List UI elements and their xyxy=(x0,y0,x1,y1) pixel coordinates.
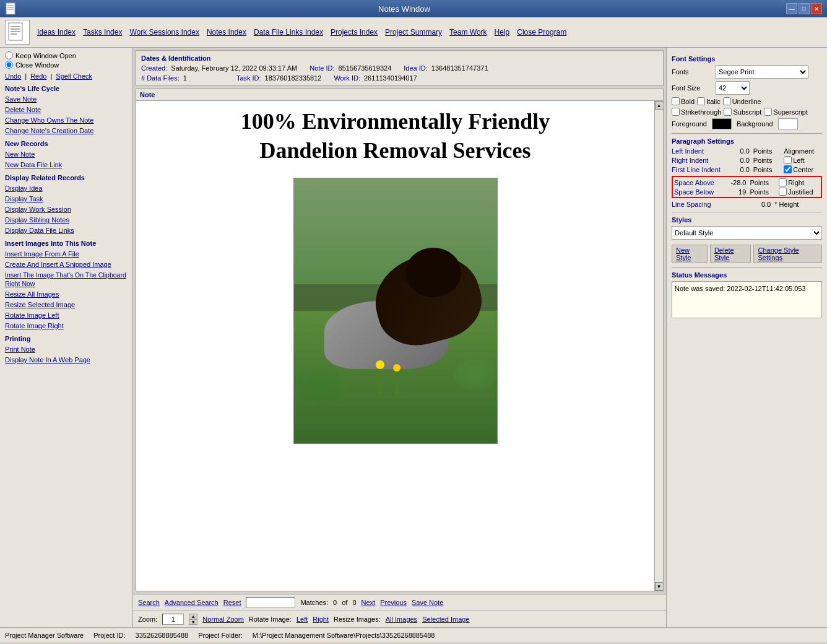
menu-projects-index[interactable]: Projects Index xyxy=(331,28,378,37)
divider1 xyxy=(672,133,822,134)
bold-checkbox[interactable] xyxy=(672,97,680,105)
search-input[interactable] xyxy=(246,597,295,608)
strikethrough-checkbox[interactable] xyxy=(672,108,680,116)
menu-work-sessions-index[interactable]: Work Sessions Index xyxy=(129,28,199,37)
new-note-link[interactable]: New Note xyxy=(5,150,128,159)
menu-tasks-index[interactable]: Tasks Index xyxy=(83,28,122,37)
rotate-right-link[interactable]: Right xyxy=(313,616,329,623)
display-task-link[interactable]: Display Task xyxy=(5,194,128,203)
right-align-checkbox[interactable] xyxy=(779,178,787,186)
change-owner-link[interactable]: Change Who Owns The Note xyxy=(5,116,128,124)
styles-title: Styles xyxy=(672,216,822,224)
justified-align-checkbox[interactable] xyxy=(779,188,787,196)
rotate-image-right-link[interactable]: Rotate Image Right xyxy=(5,321,128,330)
superscript-label: Superscript xyxy=(773,108,808,116)
maximize-button[interactable]: □ xyxy=(799,3,810,14)
left-align-label[interactable]: Left xyxy=(784,156,822,164)
close-button[interactable]: ✕ xyxy=(811,3,822,14)
menu-project-summary[interactable]: Project Summary xyxy=(385,28,442,37)
strikethrough-checkbox-label[interactable]: Strikethrough xyxy=(672,108,721,116)
status-messages-title: Status Messages xyxy=(672,271,822,279)
advanced-search-link[interactable]: Advanced Search xyxy=(165,599,219,606)
change-creation-date-link[interactable]: Change Note's Creation Date xyxy=(5,126,128,135)
close-window-radio[interactable]: Close Window xyxy=(5,61,128,69)
menu-notes-index[interactable]: Notes Index xyxy=(207,28,246,37)
previous-link[interactable]: Previous xyxy=(380,599,407,606)
delete-note-link[interactable]: Delete Note xyxy=(5,105,128,114)
right-align-label[interactable]: Right xyxy=(779,178,820,186)
center-align-checkbox[interactable] xyxy=(784,165,792,173)
redo-button[interactable]: Redo xyxy=(30,72,46,80)
menu-help[interactable]: Help xyxy=(495,28,510,37)
superscript-checkbox[interactable] xyxy=(764,108,772,116)
foreground-label: Foreground xyxy=(672,120,707,128)
new-style-btn[interactable]: New Style xyxy=(672,245,708,263)
alignment-label: Alignment xyxy=(784,147,822,155)
points-label3: Points xyxy=(753,166,780,173)
display-idea-link[interactable]: Display Idea xyxy=(5,184,128,193)
menu-data-file-links-index[interactable]: Data File Links Index xyxy=(254,28,323,37)
zoom-input[interactable] xyxy=(162,614,184,625)
left-indent-value: 0.0 xyxy=(732,147,750,155)
display-sibling-notes-link[interactable]: Display Sibling Notes xyxy=(5,215,128,224)
superscript-checkbox-label[interactable]: Superscript xyxy=(764,108,808,116)
status-message: Note was saved: 2022-02-12T11:42:05.053 xyxy=(675,285,806,292)
reset-link[interactable]: Reset xyxy=(223,599,241,606)
keep-window-open-radio[interactable]: Keep Window Open xyxy=(5,51,128,59)
display-work-session-link[interactable]: Display Work Session xyxy=(5,205,128,214)
zoom-up-btn[interactable]: ▲ xyxy=(189,614,197,619)
fg-bg-row: Foreground Background xyxy=(672,118,822,129)
rotate-image-left-link[interactable]: Rotate Image Left xyxy=(5,311,128,320)
center-align-label[interactable]: Center xyxy=(784,165,822,173)
foreground-color-box[interactable] xyxy=(712,118,732,129)
menu-bar: Ideas Index Tasks Index Work Sessions In… xyxy=(0,17,827,48)
resize-selected-image-link[interactable]: Resize Selected Image xyxy=(5,300,128,309)
zoom-label: Zoom: xyxy=(138,616,157,623)
insert-clipboard-image-link[interactable]: Insert The Image That's On The Clipboard… xyxy=(5,271,128,288)
print-note-link[interactable]: Print Note xyxy=(5,345,128,354)
menu-close-program[interactable]: Close Program xyxy=(517,28,566,37)
scroll-down-btn[interactable]: ▼ xyxy=(655,582,664,591)
display-note-web-link[interactable]: Display Note In A Web Page xyxy=(5,355,128,364)
subscript-checkbox-label[interactable]: Subscript xyxy=(724,108,761,116)
bold-checkbox-label[interactable]: Bold xyxy=(672,97,695,105)
save-note-search-link[interactable]: Save Note xyxy=(412,599,443,606)
menu-ideas-index[interactable]: Ideas Index xyxy=(37,28,76,37)
all-images-link[interactable]: All Images xyxy=(386,616,417,623)
justified-align-label[interactable]: Justified xyxy=(779,188,820,196)
note-content[interactable]: 100% Environmentally Friendly Dandelion … xyxy=(136,101,654,591)
insert-image-from-file-link[interactable]: Insert Image From A File xyxy=(5,250,128,258)
font-size-select[interactable]: 42 xyxy=(716,81,750,95)
save-note-link[interactable]: Save Note xyxy=(5,95,128,103)
normal-zoom-link[interactable]: Normal Zoom xyxy=(202,616,244,623)
search-link[interactable]: Search xyxy=(138,599,160,606)
undo-button[interactable]: Undo xyxy=(5,72,21,80)
change-style-btn[interactable]: Change Style Settings xyxy=(753,245,822,263)
minimize-button[interactable]: — xyxy=(786,3,797,14)
delete-style-btn[interactable]: Delete Style xyxy=(710,245,751,263)
create-insert-snipped-link[interactable]: Create And Insert A Snipped Image xyxy=(5,260,128,269)
resize-all-images-link[interactable]: Resize All Images xyxy=(5,290,128,298)
style-select[interactable]: Default Style xyxy=(672,226,822,240)
center-align-text: Center xyxy=(793,166,813,173)
subscript-checkbox[interactable] xyxy=(724,108,732,116)
spell-check-button[interactable]: Spell Check xyxy=(56,72,92,80)
printing-section-title: Printing xyxy=(5,335,128,342)
rotate-left-link[interactable]: Left xyxy=(297,616,308,623)
space-below-label: Space Below xyxy=(674,188,721,196)
underline-checkbox-label[interactable]: Underline xyxy=(723,97,761,105)
underline-checkbox[interactable] xyxy=(723,97,731,105)
zoom-down-btn[interactable]: ▼ xyxy=(189,619,197,625)
selected-image-link[interactable]: Selected Image xyxy=(422,616,469,623)
scroll-up-btn[interactable]: ▲ xyxy=(655,101,664,110)
left-align-checkbox[interactable] xyxy=(784,156,792,164)
italic-checkbox-label[interactable]: Italic xyxy=(697,97,721,105)
note-scrollbar[interactable]: ▲ ▼ xyxy=(654,101,663,591)
display-data-file-links-link[interactable]: Display Data File Links xyxy=(5,226,128,235)
background-color-box[interactable] xyxy=(778,118,798,129)
menu-team-work[interactable]: Team Work xyxy=(449,28,487,37)
new-data-file-link[interactable]: New Data File Link xyxy=(5,160,128,169)
next-link[interactable]: Next xyxy=(362,599,376,606)
italic-checkbox[interactable] xyxy=(697,97,705,105)
font-select[interactable]: Segoe Print xyxy=(716,65,808,79)
